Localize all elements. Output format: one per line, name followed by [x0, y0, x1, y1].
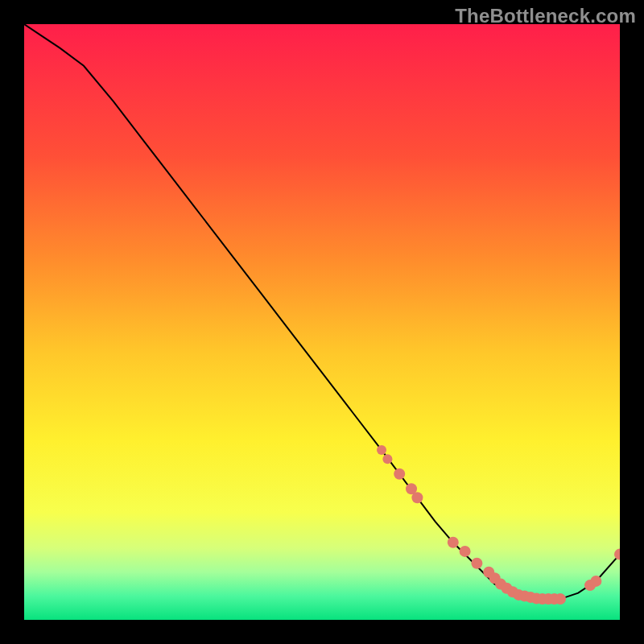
marker-point: [555, 593, 566, 605]
marker-point: [448, 537, 459, 548]
chart-background: [24, 24, 620, 620]
marker-point: [460, 546, 471, 557]
watermark-label: TheBottleneck.com: [455, 5, 636, 27]
marker-point: [382, 454, 392, 464]
chart-frame: TheBottleneck.com: [0, 0, 644, 644]
marker-point: [377, 445, 386, 455]
chart-svg: [24, 24, 620, 620]
marker-point: [590, 576, 601, 587]
chart-plot: [24, 24, 620, 620]
marker-point: [411, 492, 423, 503]
marker-point: [471, 558, 482, 569]
marker-point: [394, 469, 405, 480]
